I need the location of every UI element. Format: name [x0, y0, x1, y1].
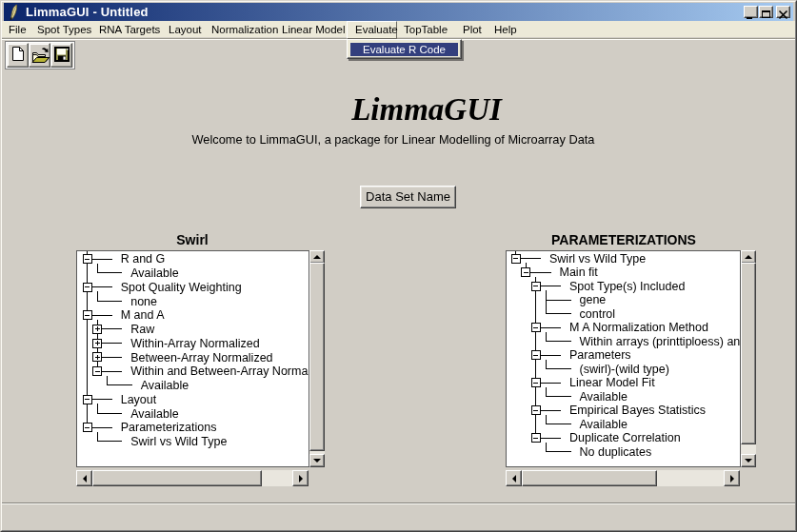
svg-text:Available: Available — [580, 390, 628, 404]
svg-text:Within arrays (printtiploess): Within arrays (printtiploess) and betwee… — [580, 335, 741, 348]
svg-text:Swirl vs Wild Type: Swirl vs Wild Type — [130, 435, 227, 448]
svg-text:M and A: M and A — [121, 308, 166, 322]
svg-text:Main fit: Main fit — [560, 266, 599, 279]
svg-text:control: control — [580, 307, 616, 321]
svg-text:R and G: R and G — [121, 252, 166, 266]
svg-text:No duplicates: No duplicates — [580, 445, 652, 459]
svg-text:Raw: Raw — [130, 323, 155, 336]
svg-text:(swirl)-(wild type): (swirl)-(wild type) — [580, 363, 669, 376]
svg-text:none: none — [130, 295, 157, 308]
svg-text:Empirical Bayes Statistics: Empirical Bayes Statistics — [569, 404, 706, 417]
svg-text:Duplicate Correlation: Duplicate Correlation — [569, 431, 681, 444]
svg-text:Within and Between-Array Norma: Within and Between-Array Normalized — [130, 365, 309, 378]
svg-text:M A Normalization Method: M A Normalization Method — [569, 321, 708, 334]
svg-text:Between-Array Normalized: Between-Array Normalized — [130, 351, 272, 365]
svg-text:Swirl vs Wild Type: Swirl vs Wild Type — [549, 252, 646, 266]
svg-text:Spot Type(s) Included: Spot Type(s) Included — [569, 280, 685, 293]
svg-text:Available: Available — [141, 379, 189, 392]
svg-text:Within-Array Normalized: Within-Array Normalized — [130, 337, 259, 350]
svg-text:Parameterizations: Parameterizations — [121, 421, 217, 434]
svg-text:Available: Available — [130, 407, 179, 421]
svg-text:Parameters: Parameters — [569, 348, 631, 362]
svg-text:gene: gene — [580, 293, 607, 306]
svg-text:Available: Available — [130, 266, 179, 280]
svg-text:Layout: Layout — [121, 393, 157, 406]
svg-text:Linear Model Fit: Linear Model Fit — [569, 376, 655, 389]
svg-text:Spot Quality Weighting: Spot Quality Weighting — [121, 281, 242, 294]
svg-text:Available: Available — [580, 418, 628, 431]
